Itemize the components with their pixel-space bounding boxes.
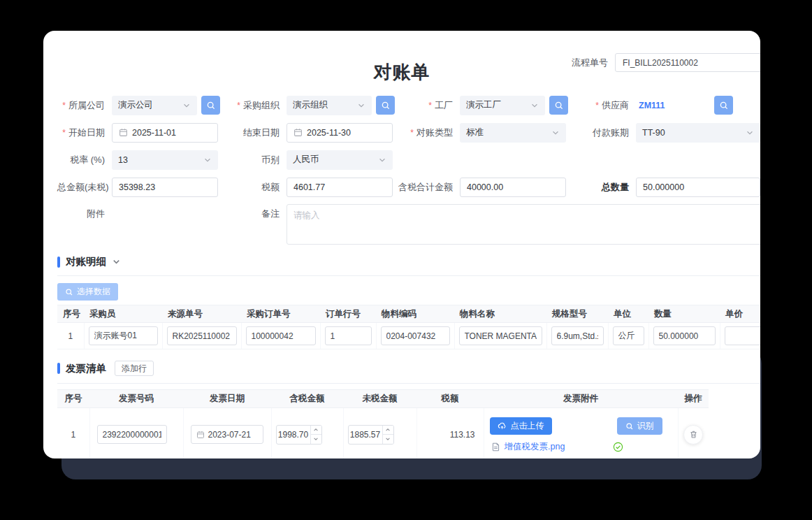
- chevron-down-icon: [203, 156, 212, 164]
- factory-search-button[interactable]: [549, 96, 568, 115]
- total-with-tax-input[interactable]: [460, 178, 566, 197]
- delete-row-button[interactable]: [683, 425, 703, 445]
- material-code-input[interactable]: [381, 326, 450, 345]
- collapse-chevron-icon[interactable]: [112, 257, 121, 266]
- remark-textarea[interactable]: [287, 204, 760, 245]
- form-row-3: 税率 (%) 13 币别 人民币: [57, 146, 760, 173]
- total-with-tax-label: 含税合计金额: [398, 178, 460, 197]
- tax-amount-input[interactable]: [287, 178, 393, 197]
- invoice-section-title: 发票清单: [66, 362, 106, 375]
- cloud-upload-icon: [498, 421, 507, 431]
- recon-type-label: 对账类型: [398, 123, 460, 143]
- col-amount-with-tax: 含税金额: [271, 390, 343, 408]
- col-source-no: 来源单号: [162, 305, 241, 323]
- source-no-input[interactable]: [167, 326, 237, 345]
- search-icon: [625, 422, 634, 431]
- tax-rate-label: 税率 (%): [57, 150, 112, 170]
- col-buyer: 采购员: [84, 305, 162, 323]
- invoice-row: 1 2023-07-21 1998.70: [57, 408, 709, 459]
- form-row-2: 开始日期 2025-11-01 结束日期 2025: [57, 119, 760, 146]
- total-untaxed-input[interactable]: [112, 178, 218, 197]
- step-down-icon[interactable]: [383, 435, 393, 444]
- buyer-input[interactable]: [89, 326, 158, 345]
- qty-input[interactable]: [653, 326, 716, 345]
- chevron-down-icon: [551, 129, 560, 137]
- invoice-header-row: 序号 发票号码 发票日期 含税金额 未税金额 税额 发票附件 操作: [57, 390, 709, 408]
- process-number-row: 流程单号: [572, 53, 760, 72]
- factory-select[interactable]: 演示工厂: [460, 96, 545, 115]
- col-spec: 规格型号: [546, 305, 608, 323]
- invoice-section-header: 发票清单 添加行: [57, 361, 760, 376]
- supplier-value[interactable]: ZM111: [636, 101, 710, 110]
- tax-amount-label: 税额: [224, 178, 287, 197]
- section-bar: [57, 257, 60, 268]
- process-number-input[interactable]: [615, 53, 760, 72]
- col-invoice-date: 发票日期: [183, 390, 271, 408]
- step-up-icon[interactable]: [383, 426, 393, 435]
- process-number-label: 流程单号: [572, 57, 608, 69]
- invoice-table: 序号 发票号码 发票日期 含税金额 未税金额 税额 发票附件 操作 1: [57, 389, 709, 458]
- recon-type-select[interactable]: 标准: [460, 123, 566, 143]
- attachment-file-link[interactable]: 增值税发票.png: [505, 441, 565, 453]
- search-icon: [381, 101, 391, 110]
- spec-input[interactable]: [551, 326, 604, 345]
- col-line-no: 订单行号: [320, 305, 376, 323]
- ocr-recognize-button[interactable]: 识别: [617, 417, 662, 435]
- detail-section-title: 对账明细: [66, 255, 106, 268]
- currency-select[interactable]: 人民币: [287, 150, 393, 170]
- col-actions: 操作: [678, 390, 709, 408]
- end-date-label: 结束日期: [224, 123, 287, 143]
- detail-section-header: 对账明细: [57, 255, 760, 268]
- payment-term-select[interactable]: TT-90: [636, 123, 760, 143]
- total-untaxed-label: 总金额(未税): [57, 178, 112, 197]
- detail-header-row: 序号 采购员 来源单号 采购订单号 订单行号 物料编码 物料名称 规格型号 单位…: [57, 305, 760, 323]
- search-icon: [554, 101, 564, 110]
- supplier-label: 供应商: [572, 96, 636, 115]
- tax-rate-select[interactable]: 13: [112, 150, 218, 170]
- material-name-input[interactable]: [459, 326, 542, 345]
- invoice-attachment-cell: 点击上传 识别: [484, 408, 678, 459]
- upload-success-check-icon: [613, 442, 623, 452]
- company-search-button[interactable]: [201, 96, 220, 115]
- chevron-down-icon: [182, 101, 191, 110]
- purchase-org-select[interactable]: 演示组织: [287, 96, 372, 115]
- calendar-icon: [196, 431, 205, 439]
- select-data-button[interactable]: 选择数据: [57, 283, 118, 301]
- unit-input[interactable]: [613, 326, 644, 345]
- purchase-org-search-button[interactable]: [376, 96, 395, 115]
- invoice-date-input[interactable]: 2023-07-21: [191, 425, 263, 444]
- add-row-button[interactable]: 添加行: [115, 361, 154, 376]
- col-price: 单价: [720, 305, 760, 323]
- upload-button[interactable]: 点击上传: [490, 417, 552, 435]
- step-up-icon[interactable]: [311, 426, 321, 435]
- search-icon: [206, 101, 216, 110]
- col-tax: 税额: [416, 390, 484, 408]
- invoice-no-input[interactable]: [97, 425, 167, 444]
- col-material-name: 物料名称: [454, 305, 546, 323]
- start-date-input[interactable]: 2025-11-01: [112, 123, 218, 143]
- supplier-search-button[interactable]: [714, 96, 733, 115]
- col-invoice-attachment: 发票附件: [484, 390, 678, 408]
- chevron-down-icon: [378, 156, 386, 164]
- company-label: 所属公司: [57, 96, 112, 115]
- factory-label: 工厂: [398, 96, 460, 115]
- step-down-icon[interactable]: [311, 435, 321, 444]
- price-input[interactable]: [725, 326, 761, 345]
- col-amount-untaxed: 未税金额: [343, 390, 416, 408]
- po-no-input[interactable]: [246, 326, 316, 345]
- amount-untaxed-stepper[interactable]: 1885.57: [348, 425, 394, 445]
- chevron-down-icon: [530, 101, 539, 110]
- currency-label: 币别: [224, 150, 287, 170]
- total-qty-input[interactable]: [636, 178, 760, 197]
- payment-term-label: 付款账期: [572, 123, 636, 143]
- form-row-1: 所属公司 演示公司 采购组织: [57, 92, 760, 119]
- form-row-4: 总金额(未税) 税额 含税合计金额: [57, 173, 760, 201]
- end-date-input[interactable]: 2025-11-30: [287, 123, 393, 143]
- company-select[interactable]: 演示公司: [112, 96, 197, 115]
- line-no-input[interactable]: [325, 326, 372, 345]
- calendar-icon: [293, 128, 303, 137]
- col-invoice-no: 发票号码: [89, 390, 183, 408]
- amount-with-tax-stepper[interactable]: 1998.70: [276, 425, 322, 445]
- divider: [57, 383, 760, 384]
- detail-row: 1: [57, 323, 760, 349]
